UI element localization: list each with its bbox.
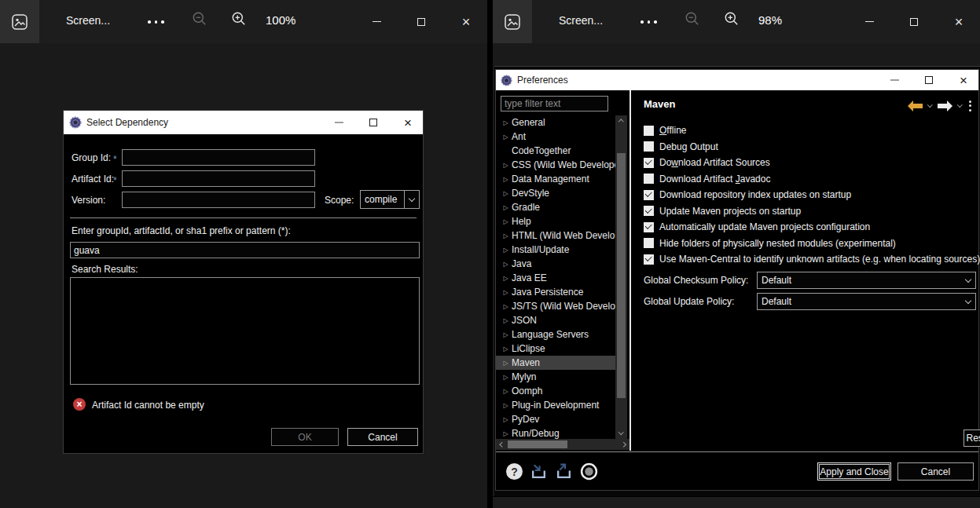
scroll-up-icon[interactable]: [615, 115, 627, 126]
expand-arrow-icon[interactable]: ▷: [500, 331, 512, 338]
global-update-policy-select[interactable]: Default: [757, 293, 976, 310]
version-input[interactable]: [122, 192, 315, 208]
scrollbar-thumb[interactable]: [617, 153, 626, 398]
checkbox-checked-icon[interactable]: [644, 190, 654, 200]
checkbox-unchecked-icon[interactable]: [644, 174, 654, 184]
checkbox-row-update-maven-projects-on-startup[interactable]: Update Maven projects on startup: [644, 206, 975, 217]
tree-item-html-wild-web-develo[interactable]: ▷HTML (Wild Web Develo: [496, 228, 615, 243]
expand-arrow-icon[interactable]: ▷: [500, 162, 512, 169]
maximize-button[interactable]: [922, 73, 936, 87]
apply-and-close-button[interactable]: Apply and Close: [817, 462, 891, 481]
preferences-titlebar[interactable]: Preferences ×: [496, 70, 978, 90]
restore-defaults-button[interactable]: Restore Defaults: [963, 429, 980, 447]
checkbox-checked-icon[interactable]: [644, 206, 654, 216]
checkbox-unchecked-icon[interactable]: [644, 238, 654, 248]
checkbox-checked-icon[interactable]: [644, 222, 654, 232]
expand-arrow-icon[interactable]: ▷: [500, 303, 512, 310]
checkbox-row-download-artifact-javadoc[interactable]: Download Artifact Javadoc: [644, 174, 975, 185]
checkbox-row-offline[interactable]: Offline: [644, 125, 975, 136]
import-preferences-icon[interactable]: [530, 462, 548, 481]
tree-item-oomph[interactable]: ▷Oomph: [496, 384, 615, 398]
view-menu-icon[interactable]: [969, 99, 971, 113]
filter-input[interactable]: [501, 96, 608, 111]
expand-arrow-icon[interactable]: ▷: [500, 416, 512, 423]
forward-arrow-icon[interactable]: [938, 101, 952, 111]
right-viewer-titlebar[interactable]: Screen... 98% ×: [493, 0, 980, 43]
tree-item-css-wild-web-develope[interactable]: ▷CSS (Wild Web Develope: [496, 158, 615, 172]
expand-arrow-icon[interactable]: ▷: [500, 317, 512, 324]
scrollbar-thumb[interactable]: [508, 440, 567, 448]
tree-vertical-scrollbar[interactable]: [615, 115, 627, 439]
minimize-button[interactable]: [332, 115, 346, 130]
tree-item-js-ts-wild-web-develop[interactable]: ▷JS/TS (Wild Web Develop: [496, 299, 615, 313]
close-button[interactable]: ×: [458, 14, 474, 30]
zoom-out-icon[interactable]: [192, 11, 207, 30]
expand-arrow-icon[interactable]: ▷: [500, 275, 512, 282]
ok-button[interactable]: OK: [271, 428, 339, 446]
preference-recorder-icon[interactable]: [580, 462, 598, 481]
chevron-down-icon[interactable]: [960, 272, 975, 288]
checkbox-row-hide-folders-of-physically-nested-modules-experimental[interactable]: Hide folders of physically nested module…: [644, 238, 975, 249]
cancel-button[interactable]: Cancel: [897, 462, 974, 481]
expand-arrow-icon[interactable]: ▷: [500, 374, 512, 381]
checkbox-row-use-maven-central-to-identify-unknown-artifacts-e-g-when-locating-sources[interactable]: Use Maven-Central to identify unknown ar…: [644, 254, 975, 265]
scroll-down-icon[interactable]: [615, 428, 627, 439]
expand-arrow-icon[interactable]: ▷: [500, 204, 512, 211]
expand-arrow-icon[interactable]: ▷: [500, 190, 512, 197]
close-button[interactable]: ×: [951, 14, 967, 30]
checkbox-unchecked-icon[interactable]: [644, 141, 654, 152]
group-id-input[interactable]: [122, 149, 315, 166]
minimize-button[interactable]: [369, 14, 384, 30]
close-button[interactable]: ×: [956, 73, 971, 87]
expand-arrow-icon[interactable]: ▷: [500, 218, 512, 225]
tree-item-pydev[interactable]: ▷PyDev: [496, 412, 615, 426]
tree-item-language-servers[interactable]: ▷Language Servers: [496, 327, 615, 342]
tree-item-install-update[interactable]: ▷Install/Update: [496, 243, 615, 257]
scope-select[interactable]: compile: [360, 190, 420, 209]
tree-item-liclipse[interactable]: ▷LiClipse: [496, 342, 615, 356]
expand-arrow-icon[interactable]: ▷: [500, 345, 512, 353]
more-options-icon[interactable]: [148, 20, 164, 24]
tree-item-maven[interactable]: ▷Maven: [496, 356, 615, 370]
expand-arrow-icon[interactable]: ▷: [500, 289, 512, 296]
tree-item-plug-in-development[interactable]: ▷Plug-in Development: [496, 398, 615, 412]
help-icon[interactable]: ?: [506, 463, 523, 480]
chevron-down-icon[interactable]: [404, 191, 419, 208]
expand-arrow-icon[interactable]: ▷: [500, 402, 512, 409]
tree-item-java[interactable]: ▷Java: [496, 257, 615, 271]
expand-arrow-icon[interactable]: ▷: [500, 430, 512, 437]
tree-item-json[interactable]: ▷JSON: [496, 313, 615, 327]
close-button[interactable]: ×: [401, 115, 415, 130]
tree-item-gradle[interactable]: ▷Gradle: [496, 200, 615, 214]
search-results-list[interactable]: [70, 277, 420, 385]
expand-arrow-icon[interactable]: ▷: [500, 176, 512, 183]
tree-item-general[interactable]: ▷General: [496, 115, 615, 130]
tree-item-devstyle[interactable]: ▷DevStyle: [496, 186, 615, 200]
maximize-button[interactable]: [366, 115, 380, 130]
tree-item-ant[interactable]: ▷Ant: [496, 130, 615, 144]
expand-arrow-icon[interactable]: ▷: [500, 232, 512, 239]
tree-item-java-ee[interactable]: ▷Java EE: [496, 271, 615, 285]
checkbox-checked-icon[interactable]: [644, 158, 654, 168]
minimize-button[interactable]: [887, 73, 901, 87]
global-checksum-policy-select[interactable]: Default: [757, 272, 976, 289]
checkbox-checked-icon[interactable]: [644, 254, 654, 265]
cancel-button[interactable]: Cancel: [347, 428, 418, 446]
tree-item-java-persistence[interactable]: ▷Java Persistence: [496, 285, 615, 299]
expand-arrow-icon[interactable]: ▷: [500, 247, 512, 254]
tree-item-help[interactable]: ▷Help: [496, 214, 615, 228]
zoom-out-icon[interactable]: [685, 11, 700, 30]
checkbox-row-automatically-update-maven-projects-configuration[interactable]: Automatically update Maven projects conf…: [644, 221, 975, 232]
expand-arrow-icon[interactable]: ▷: [500, 261, 512, 268]
expand-arrow-icon[interactable]: ▷: [500, 388, 512, 395]
expand-arrow-icon[interactable]: ▷: [500, 360, 512, 367]
maximize-button[interactable]: [413, 14, 429, 30]
tree-item-codetogether[interactable]: CodeTogether: [496, 144, 615, 158]
select-dependency-titlebar[interactable]: Select Dependency ×: [64, 111, 423, 134]
artifact-id-input[interactable]: [122, 170, 315, 187]
export-preferences-icon[interactable]: [555, 462, 573, 481]
scroll-right-icon[interactable]: [618, 439, 629, 450]
forward-history-chevron-icon[interactable]: [957, 102, 962, 107]
tree-item-mylyn[interactable]: ▷Mylyn: [496, 370, 615, 384]
query-input[interactable]: [70, 242, 420, 258]
